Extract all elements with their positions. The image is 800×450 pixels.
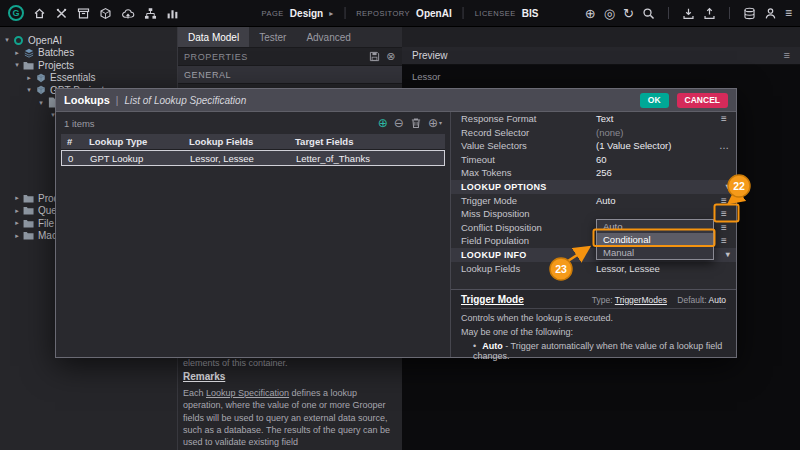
add-dropdown-icon[interactable]: ⊕▾	[428, 117, 442, 129]
cloud-upload-icon[interactable]	[121, 7, 135, 20]
home-icon[interactable]	[33, 7, 46, 20]
tree-item-essentials[interactable]: ▸ Essentials	[0, 72, 177, 85]
add-circle-icon[interactable]: ⊕	[585, 7, 596, 20]
batches-icon	[22, 48, 35, 58]
refresh-icon[interactable]: ↻	[623, 7, 634, 20]
tab-advanced[interactable]: Advanced	[296, 27, 360, 47]
database-icon[interactable]	[743, 7, 756, 20]
search-icon[interactable]	[642, 7, 655, 20]
repository-value[interactable]: OpenAI	[416, 8, 452, 19]
expander-icon[interactable]: ▾	[2, 36, 12, 44]
section-lookup-options[interactable]: LOOKUP OPTIONS ▾	[451, 180, 736, 194]
expander-icon[interactable]: ▾	[24, 86, 34, 94]
remove-item-icon[interactable]: ⊖	[394, 117, 404, 129]
prop-row-timeout[interactable]: Timeout 60	[451, 153, 736, 167]
cancel-button[interactable]: CANCEL	[677, 93, 728, 108]
menu-icon[interactable]: ≡	[717, 208, 731, 219]
prop-row-value-selectors[interactable]: Value Selectors (1 Value Selector) …	[451, 139, 736, 153]
property-help-text: elements of this container. Remarks Each…	[183, 358, 396, 448]
ok-button[interactable]: OK	[640, 93, 669, 108]
archive-icon[interactable]	[77, 7, 90, 20]
preview-header: Preview ≡	[402, 47, 800, 65]
cell-lookup-fields: Lessor, Lessee	[187, 153, 293, 164]
expander-icon[interactable]: ▸	[24, 74, 34, 82]
tab-bar: Data Model Tester Advanced	[178, 27, 402, 48]
divider	[729, 7, 730, 19]
divider	[668, 7, 669, 19]
tree-item-label: OpenAI	[28, 35, 62, 46]
lookup-specification-link[interactable]: Lookup Specification	[206, 388, 289, 398]
expander-icon[interactable]: ▸	[12, 219, 22, 227]
tree-item-label: Essentials	[50, 72, 96, 83]
tree-item-label: Batches	[38, 47, 74, 58]
tree-item-batches[interactable]: ▸ Batches	[0, 47, 177, 60]
general-title: GENERAL	[184, 70, 231, 80]
expander-icon[interactable]: ▸	[12, 194, 22, 202]
expander-icon[interactable]: ▸	[12, 49, 22, 57]
tab-data-model[interactable]: Data Model	[178, 27, 249, 47]
record-circle-icon[interactable]: ◎	[604, 7, 615, 20]
dropdown-option-conditional[interactable]: Conditional	[597, 233, 713, 246]
properties-title: PROPERTIES	[184, 52, 248, 62]
grooper-logo-icon[interactable]: G	[8, 5, 24, 21]
cell-lookup-type: GPT Lookup	[87, 153, 187, 164]
tree-item-projects[interactable]: ▾ Projects	[0, 59, 177, 72]
menu-icon[interactable]: ≡	[717, 195, 731, 206]
preview-content: Lessor	[402, 65, 800, 88]
expander-icon[interactable]: ▸	[12, 207, 22, 215]
prop-row-lookup-fields[interactable]: Lookup Fields Lessor, Lessee	[451, 262, 736, 276]
menu-icon[interactable]: ≡	[717, 113, 731, 124]
dialog-subtitle: List of Lookup Specification	[124, 95, 246, 106]
expander-icon[interactable]: ▾	[36, 99, 46, 107]
ellipsis-icon[interactable]: …	[717, 140, 731, 151]
hamburger-menu-icon[interactable]: ≡	[785, 7, 792, 19]
dialog-titlebar[interactable]: Lookups | List of Lookup Specification O…	[56, 89, 736, 112]
save-icon[interactable]	[369, 51, 380, 62]
expander-icon[interactable]: ▾	[12, 61, 22, 69]
tab-tester[interactable]: Tester	[249, 27, 296, 47]
title-separator: |	[116, 95, 119, 106]
cell-number: 0	[62, 153, 87, 164]
dialog-title: Lookups	[64, 94, 110, 106]
prop-row-response-format[interactable]: Response Format Text ≡	[451, 112, 736, 126]
preview-top-strip	[402, 27, 800, 47]
page-value[interactable]: Design	[290, 8, 323, 19]
tools-icon[interactable]	[55, 7, 68, 20]
folder-icon	[22, 219, 35, 228]
table-row[interactable]: 0 GPT Lookup Lessor, Lessee Letter_of_Th…	[61, 150, 445, 166]
divider	[344, 7, 345, 19]
help-line-2: May be one of the following:	[461, 327, 726, 337]
trash-icon[interactable]	[410, 117, 422, 129]
prop-row-record-selector[interactable]: Record Selector (none)	[451, 126, 736, 140]
repository-label: REPOSITORY	[356, 9, 410, 18]
chevron-down-icon[interactable]: ▾	[726, 182, 730, 191]
upload-icon[interactable]	[703, 7, 716, 20]
prop-row-max-tokens[interactable]: Max Tokens 256	[451, 166, 736, 180]
close-circle-icon[interactable]: ⊗	[386, 51, 396, 62]
tree-item-openai[interactable]: ▾ OpenAI	[0, 34, 177, 47]
chevron-right-icon[interactable]: ▸	[329, 9, 333, 18]
type-link[interactable]: TriggerModes	[615, 295, 667, 305]
package-icon[interactable]	[99, 7, 112, 20]
dropdown-option-manual[interactable]: Manual	[597, 246, 713, 259]
chevron-down-icon[interactable]: ▾	[726, 250, 730, 259]
licensee-value[interactable]: BIS	[522, 8, 539, 19]
preview-title: Preview	[412, 50, 448, 61]
prop-row-trigger-mode[interactable]: Trigger Mode Auto ≡	[451, 194, 736, 208]
sitemap-icon[interactable]	[144, 7, 157, 20]
cube-icon	[34, 85, 47, 95]
download-icon[interactable]	[682, 7, 695, 20]
menu-icon[interactable]: ≡	[784, 50, 790, 61]
add-item-icon[interactable]: ⊕	[378, 117, 388, 129]
cell-target-fields: Letter_of_Thanks	[293, 153, 444, 164]
help-line-1: Controls when the lookup is executed.	[461, 313, 726, 323]
expander-icon[interactable]: ▸	[12, 232, 22, 240]
bar-chart-icon[interactable]	[166, 7, 179, 20]
topbar-right-icons: ⊕ ◎ ↻ ≡	[585, 7, 792, 20]
general-section-header[interactable]: GENERAL	[178, 66, 402, 84]
dropdown-option-auto[interactable]: Auto	[597, 220, 713, 233]
menu-icon[interactable]: ≡	[717, 222, 731, 233]
menu-icon[interactable]: ≡	[717, 235, 731, 246]
lookup-properties-panel: Response Format Text ≡ Record Selector (…	[451, 112, 736, 357]
user-icon[interactable]	[764, 7, 777, 20]
